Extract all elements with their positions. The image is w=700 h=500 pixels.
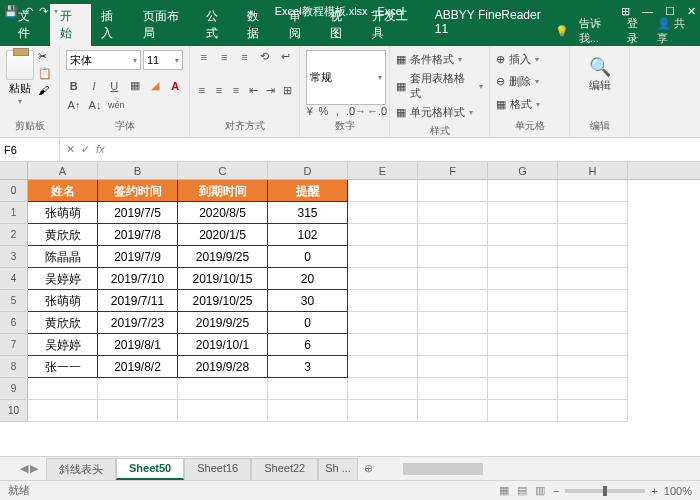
delete-button[interactable]: ⊖ 删除 ▾	[496, 72, 563, 91]
column-header[interactable]: D	[268, 162, 348, 179]
row-header[interactable]: 7	[0, 334, 28, 356]
redo-icon[interactable]: ↷	[39, 5, 48, 18]
ribbon-tab-审阅[interactable]: 审阅	[279, 4, 321, 46]
cell[interactable]	[558, 290, 628, 312]
font-size-select[interactable]: 11▾	[143, 50, 183, 70]
phonetic-icon[interactable]: wén	[108, 100, 124, 110]
column-header[interactable]: A	[28, 162, 98, 179]
cell[interactable]	[558, 180, 628, 202]
cell[interactable]: 陈晶晶	[28, 246, 98, 268]
column-header[interactable]: F	[418, 162, 488, 179]
cell[interactable]: 2019/7/10	[98, 268, 178, 290]
sheet-nav-next-icon[interactable]: ▶	[30, 462, 38, 475]
align-bottom-icon[interactable]: ≡	[237, 51, 252, 63]
qat-dropdown-icon[interactable]: ▾	[54, 7, 58, 16]
italic-button[interactable]: I	[86, 80, 101, 92]
sheet-tab[interactable]: 斜线表头	[46, 458, 116, 480]
name-box[interactable]: F6	[0, 138, 60, 161]
cell[interactable]: 张一一	[28, 356, 98, 378]
increase-decimal-icon[interactable]: .0→	[346, 105, 362, 117]
ribbon-tab-数据[interactable]: 数据	[237, 4, 279, 46]
format-as-table-button[interactable]: ▦ 套用表格格式 ▾	[396, 69, 483, 103]
cell[interactable]: 黄欣欣	[28, 224, 98, 246]
enter-formula-icon[interactable]: ✓	[81, 143, 90, 156]
comma-icon[interactable]: ,	[333, 105, 341, 117]
cell[interactable]	[418, 312, 488, 334]
cell[interactable]	[348, 202, 418, 224]
column-header[interactable]: G	[488, 162, 558, 179]
align-right-icon[interactable]: ≡	[230, 84, 242, 96]
cell[interactable]	[488, 268, 558, 290]
cell[interactable]: 2019/9/28	[178, 356, 268, 378]
cell[interactable]	[268, 378, 348, 400]
fx-icon[interactable]: fx	[96, 143, 105, 156]
row-header[interactable]: 2	[0, 224, 28, 246]
cell[interactable]	[348, 290, 418, 312]
cell[interactable]: 3	[268, 356, 348, 378]
cell[interactable]: 2019/7/9	[98, 246, 178, 268]
zoom-out-icon[interactable]: −	[553, 485, 559, 497]
orientation-icon[interactable]: ⟲	[257, 50, 272, 63]
chevron-down-icon[interactable]: ▾	[18, 97, 22, 106]
cell[interactable]	[488, 180, 558, 202]
cell[interactable]	[418, 400, 488, 422]
cell[interactable]	[418, 356, 488, 378]
cell[interactable]	[558, 202, 628, 224]
cell[interactable]	[558, 334, 628, 356]
sheet-tab[interactable]: Sheet16	[184, 458, 251, 480]
cell[interactable]: 2019/7/8	[98, 224, 178, 246]
ribbon-tab-公式[interactable]: 公式	[196, 4, 238, 46]
conditional-format-button[interactable]: ▦ 条件格式 ▾	[396, 50, 483, 69]
cell[interactable]	[98, 378, 178, 400]
cell[interactable]: 2019/10/25	[178, 290, 268, 312]
cell[interactable]	[488, 246, 558, 268]
cell[interactable]: 2019/7/11	[98, 290, 178, 312]
cell[interactable]	[558, 246, 628, 268]
login-link[interactable]: 登录	[627, 16, 647, 46]
indent-increase-icon[interactable]: ⇥	[264, 84, 276, 97]
cell[interactable]	[28, 400, 98, 422]
cell[interactable]	[558, 378, 628, 400]
column-header[interactable]: H	[558, 162, 628, 179]
percent-icon[interactable]: %	[319, 105, 329, 117]
decrease-font-icon[interactable]: A↓	[87, 99, 103, 111]
cell[interactable]	[488, 202, 558, 224]
align-middle-icon[interactable]: ≡	[216, 51, 231, 63]
cell[interactable]	[488, 378, 558, 400]
share-button[interactable]: 👤 共享	[657, 16, 692, 46]
sheet-nav-prev-icon[interactable]: ◀	[20, 462, 28, 475]
cell[interactable]	[98, 400, 178, 422]
cell[interactable]: 2019/10/15	[178, 268, 268, 290]
cell[interactable]	[348, 224, 418, 246]
cell[interactable]: 姓名	[28, 180, 98, 202]
underline-button[interactable]: U	[107, 80, 122, 92]
cell[interactable]: 6	[268, 334, 348, 356]
tell-me-text[interactable]: 告诉我...	[579, 16, 617, 46]
format-painter-icon[interactable]: 🖌	[38, 84, 52, 96]
cell[interactable]: 签约时间	[98, 180, 178, 202]
page-layout-view-icon[interactable]: ▤	[517, 484, 527, 497]
cell[interactable]	[558, 224, 628, 246]
cell[interactable]	[558, 268, 628, 290]
decrease-decimal-icon[interactable]: ←.0	[367, 105, 383, 117]
format-button[interactable]: ▦ 格式 ▾	[496, 95, 563, 114]
cell[interactable]: 2019/8/2	[98, 356, 178, 378]
add-sheet-button[interactable]: ⊕	[364, 462, 373, 475]
cell[interactable]: 0	[268, 246, 348, 268]
cell[interactable]	[488, 356, 558, 378]
indent-decrease-icon[interactable]: ⇤	[247, 84, 259, 97]
cell[interactable]: 0	[268, 312, 348, 334]
ribbon-tab-页面布局[interactable]: 页面布局	[133, 4, 196, 46]
ribbon-tab-插入[interactable]: 插入	[91, 4, 133, 46]
editing-button[interactable]: 🔍 编辑	[576, 50, 623, 93]
cell[interactable]: 2019/8/1	[98, 334, 178, 356]
cell[interactable]: 到期时间	[178, 180, 268, 202]
column-header[interactable]: E	[348, 162, 418, 179]
cell[interactable]: 2020/1/5	[178, 224, 268, 246]
row-header[interactable]: 6	[0, 312, 28, 334]
cell[interactable]	[488, 400, 558, 422]
number-format-select[interactable]: 常规▾	[306, 50, 386, 105]
tell-me-icon[interactable]: 💡	[555, 25, 569, 38]
font-color-button[interactable]: A	[168, 80, 183, 92]
normal-view-icon[interactable]: ▦	[499, 484, 509, 497]
